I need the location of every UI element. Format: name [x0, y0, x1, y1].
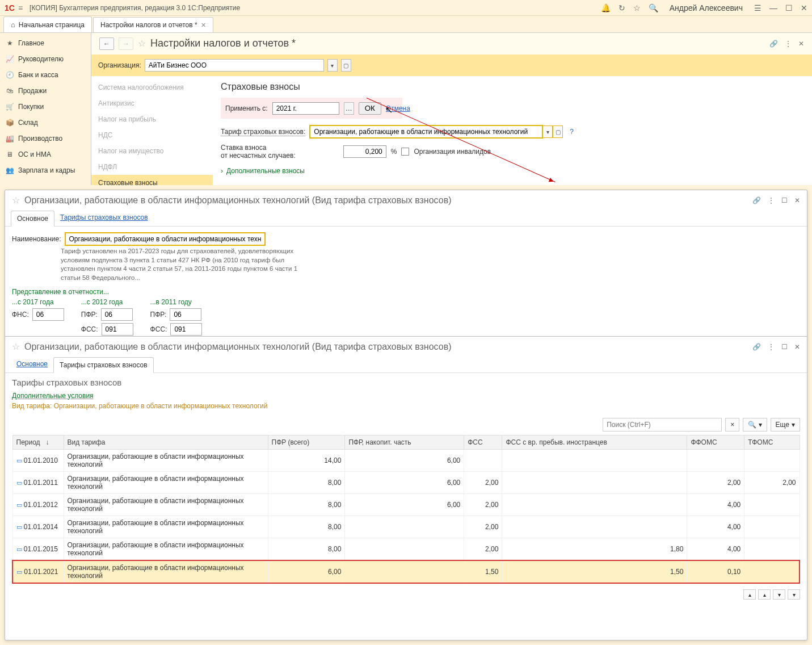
page-title: Настройки налогов и отчетов *: [150, 37, 296, 49]
tab-settings-label: Настройки налогов и отчетов *: [100, 21, 197, 29]
apply-from-row: Применить с: … ОК Отмена ↖: [221, 98, 402, 119]
org-label: Организация:: [98, 61, 141, 69]
category-item[interactable]: Система налогообложения: [91, 79, 213, 95]
apply-ellipsis-button[interactable]: …: [344, 102, 354, 115]
ok-button[interactable]: ОК: [359, 102, 381, 115]
tariff-select[interactable]: [310, 125, 542, 138]
tab-home-label: Начальная страница: [19, 21, 85, 29]
user-name[interactable]: Андрей Алексеевич: [670, 3, 743, 12]
minimize-icon[interactable]: —: [769, 3, 777, 12]
hamburger-icon[interactable]: ≡: [18, 3, 23, 12]
rate-input[interactable]: [343, 145, 386, 158]
content-area: ← → ☆ Настройки налогов и отчетов * 🔗 ⋮ …: [91, 33, 812, 185]
sidebar-item-label: Продажи: [18, 87, 47, 95]
logo-1c: 1C: [5, 3, 15, 12]
help-icon[interactable]: ?: [570, 128, 574, 136]
sidebar-icon: 🕘: [6, 71, 14, 79]
category-item[interactable]: Антикризис: [91, 95, 213, 111]
search-icon[interactable]: 🔍: [649, 3, 658, 12]
sidebar-item[interactable]: 🏭Производство: [0, 131, 90, 146]
sidebar-icon: 👥: [6, 166, 14, 174]
tabs-bar: ⌂ Начальная страница Настройки налогов и…: [0, 16, 812, 33]
sidebar-icon: 🏭: [6, 135, 14, 143]
body-split: Система налогообложенияАнтикризисНалог н…: [91, 76, 812, 185]
org-invalid-checkbox[interactable]: [401, 148, 409, 156]
org-bar: Организация: ▾ ▢: [91, 55, 812, 76]
sidebar-item[interactable]: 👥Зарплата и кадры: [0, 162, 90, 178]
sidebar-icon: 📈: [6, 55, 14, 63]
tariff-row: Тариф страховых взносов: ▾ ▢ ?: [221, 125, 804, 138]
org-open-button[interactable]: ▢: [341, 59, 351, 72]
title-bar: 1C ≡ [КОПИЯ] Бухгалтерия предприятия, ре…: [0, 0, 812, 16]
nav-forward-button[interactable]: →: [119, 37, 133, 50]
sidebar-item[interactable]: ★Главное: [0, 35, 90, 51]
tariff-dropdown-button[interactable]: ▾: [542, 125, 553, 138]
settings-category-list: Система налогообложенияАнтикризисНалог н…: [91, 76, 213, 185]
sidebar-icon: 📦: [6, 119, 14, 127]
sidebar-item[interactable]: 🕘Банк и касса: [0, 67, 90, 83]
maximize-icon[interactable]: ☐: [785, 3, 793, 12]
pane-heading: Страховые взносы: [221, 82, 804, 92]
sidebar-icon: ★: [6, 39, 14, 47]
sidebar-item[interactable]: 📈Руководителю: [0, 51, 90, 67]
bell-icon[interactable]: 🔔: [601, 3, 611, 12]
sidebar-item-label: Склад: [18, 119, 38, 127]
org-invalid-label: Организация инвалидов: [414, 148, 491, 156]
rate-unit: %: [391, 148, 397, 156]
org-input[interactable]: [145, 59, 324, 72]
sidebar-item-label: ОС и НМА: [18, 150, 51, 158]
sidebar-item-label: Банк и касса: [18, 71, 58, 79]
menu-icon[interactable]: ☰: [754, 3, 761, 12]
sidebar-item[interactable]: 🛍Продажи: [0, 83, 90, 99]
category-item[interactable]: Налог на имущество: [91, 143, 213, 159]
additional-contributions-link[interactable]: › Дополнительные взносы: [221, 167, 804, 175]
favorite-star-icon[interactable]: ☆: [138, 38, 146, 49]
window-title: [КОПИЯ] Бухгалтерия предприятия, редакци…: [30, 4, 601, 12]
page-header: ← → ☆ Настройки налогов и отчетов * 🔗 ⋮ …: [91, 33, 812, 55]
link-icon[interactable]: 🔗: [769, 40, 778, 48]
org-dropdown-button[interactable]: ▾: [327, 59, 338, 72]
kebab-icon[interactable]: ⋮: [785, 40, 792, 48]
home-icon: ⌂: [11, 20, 15, 29]
nav-back-button[interactable]: ←: [99, 37, 114, 50]
tariff-label: Тариф страховых взносов:: [221, 128, 305, 136]
tab-settings[interactable]: Настройки налогов и отчетов * ✕: [93, 17, 213, 32]
star-icon[interactable]: ☆: [633, 3, 641, 12]
right-pane: Страховые взносы Применить с: … ОК Отмен…: [213, 76, 812, 185]
history-icon[interactable]: ↻: [619, 3, 625, 12]
sidebar-item-label: Производство: [18, 135, 62, 143]
sidebar-item-label: Зарплата и кадры: [18, 166, 75, 174]
apply-from-input[interactable]: [272, 102, 339, 115]
tariff-select-box: ▾ ▢: [310, 125, 563, 138]
sidebar-item-label: Главное: [18, 39, 44, 47]
sidebar-icon: 🖥: [6, 150, 14, 158]
sidebar: ★Главное📈Руководителю🕘Банк и касса🛍Прода…: [0, 33, 91, 185]
sidebar-item-label: Руководителю: [18, 55, 64, 63]
category-item[interactable]: Страховые взносы: [91, 175, 213, 185]
sidebar-item[interactable]: 📦Склад: [0, 115, 90, 131]
tab-home[interactable]: ⌂ Начальная страница: [3, 16, 92, 32]
chevron-right-icon: ›: [221, 167, 223, 175]
sidebar-item[interactable]: 🖥ОС и НМА: [0, 146, 90, 162]
rate-row: Ставка взносаот несчастных случаев: % Ор…: [221, 144, 804, 160]
close-icon[interactable]: ✕: [801, 3, 807, 12]
category-item[interactable]: НДФЛ: [91, 159, 213, 175]
apply-from-label: Применить с:: [225, 104, 268, 112]
close-page-icon[interactable]: ✕: [798, 40, 804, 48]
sidebar-icon: 🛍: [6, 87, 14, 95]
tab-close-icon[interactable]: ✕: [201, 22, 206, 29]
rate-label: Ставка взносаот несчастных случаев:: [221, 144, 296, 160]
sidebar-item-label: Покупки: [18, 103, 44, 111]
title-icons: 🔔 ↻ ☆ 🔍 Андрей Алексеевич ☰ — ☐ ✕: [601, 3, 807, 12]
category-item[interactable]: НДС: [91, 127, 213, 143]
category-item[interactable]: Налог на прибыль: [91, 111, 213, 127]
sidebar-item[interactable]: 🛒Покупки: [0, 99, 90, 115]
sidebar-icon: 🛒: [6, 103, 14, 111]
tariff-open-button[interactable]: ▢: [553, 125, 563, 138]
main-layout: ★Главное📈Руководителю🕘Банк и касса🛍Прода…: [0, 33, 812, 185]
